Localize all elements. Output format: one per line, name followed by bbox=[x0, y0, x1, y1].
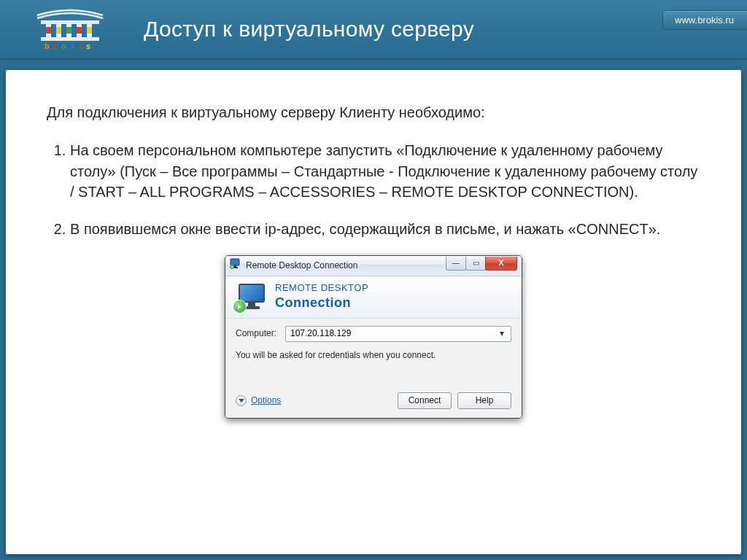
options-expand-icon bbox=[236, 395, 247, 406]
chevron-down-icon[interactable]: ▾ bbox=[496, 327, 508, 340]
help-button[interactable]: Help bbox=[457, 392, 511, 409]
steps-list: На своем персональном компьютере запусти… bbox=[47, 140, 700, 239]
computer-value: 107.20.118.129 bbox=[290, 327, 496, 340]
svg-text:r: r bbox=[53, 42, 57, 50]
close-icon: X bbox=[498, 259, 503, 267]
svg-text:k: k bbox=[71, 42, 76, 50]
rdc-banner: REMOTE DESKTOP Connection bbox=[225, 276, 522, 319]
svg-rect-0 bbox=[41, 20, 99, 24]
minimize-icon: — bbox=[452, 260, 460, 267]
brokis-logo: b r o k i s bbox=[13, 7, 126, 51]
banner-line2: Connection bbox=[275, 294, 368, 313]
computer-combobox[interactable]: 107.20.118.129 ▾ bbox=[285, 326, 511, 342]
remote-desktop-icon bbox=[236, 282, 266, 311]
svg-text:i: i bbox=[80, 42, 82, 50]
credentials-note: You will be asked for credentials when y… bbox=[236, 349, 511, 362]
slide-body: Для подключения к виртуальному серверу К… bbox=[6, 70, 741, 554]
svg-rect-1 bbox=[41, 37, 99, 41]
svg-text:s: s bbox=[86, 42, 90, 50]
close-button[interactable]: X bbox=[485, 257, 517, 271]
rdc-title-icon bbox=[230, 258, 241, 273]
step-2: В появившемся окне ввести ip-адрес, соде… bbox=[70, 219, 700, 239]
svg-rect-3 bbox=[46, 27, 51, 34]
svg-text:o: o bbox=[61, 42, 66, 50]
maximize-button[interactable]: ▭ bbox=[465, 257, 486, 271]
slide-header: b r o k i s Доступ к виртуальному сервер… bbox=[0, 0, 747, 58]
rdc-window: Remote Desktop Connection — ▭ X REMOTE D… bbox=[225, 255, 522, 419]
minimize-button[interactable]: — bbox=[446, 257, 466, 271]
svg-rect-9 bbox=[77, 27, 82, 34]
step-1: На своем персональном компьютере запусти… bbox=[70, 140, 700, 202]
options-toggle[interactable]: Options bbox=[236, 394, 281, 407]
slide-title: Доступ к виртуальному серверу bbox=[144, 17, 747, 42]
svg-rect-5 bbox=[56, 27, 61, 34]
rdc-titlebar[interactable]: Remote Desktop Connection — ▭ X bbox=[225, 256, 522, 276]
svg-rect-11 bbox=[87, 27, 92, 34]
site-link-badge[interactable]: www.brokis.ru bbox=[662, 10, 747, 30]
options-label: Options bbox=[251, 394, 281, 407]
connect-button[interactable]: Connect bbox=[398, 392, 452, 409]
intro-text: Для подключения к виртуальному серверу К… bbox=[47, 102, 700, 122]
svg-text:b: b bbox=[44, 42, 50, 50]
svg-rect-7 bbox=[66, 27, 71, 34]
svg-rect-18 bbox=[231, 259, 239, 265]
maximize-icon: ▭ bbox=[473, 260, 479, 267]
computer-label: Computer: bbox=[236, 327, 285, 340]
rdc-title-text: Remote Desktop Connection bbox=[246, 260, 446, 272]
